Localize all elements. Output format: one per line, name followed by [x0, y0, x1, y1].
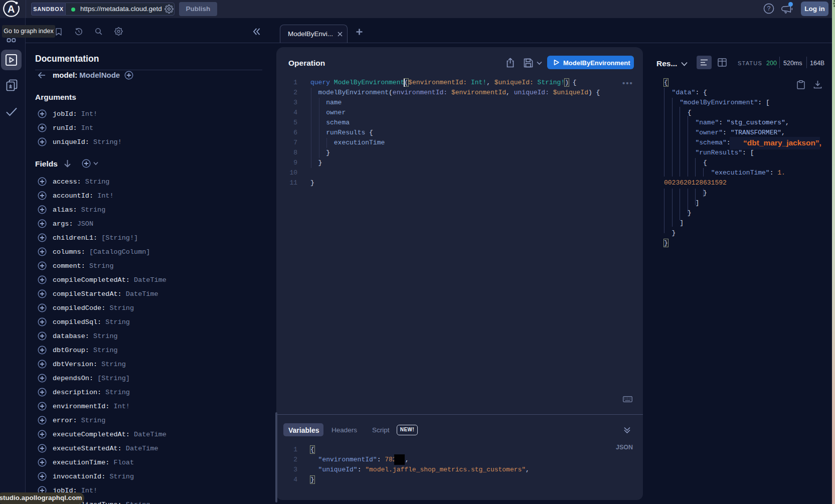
svg-text:?: ?: [767, 5, 771, 12]
svg-text:A: A: [8, 4, 15, 15]
